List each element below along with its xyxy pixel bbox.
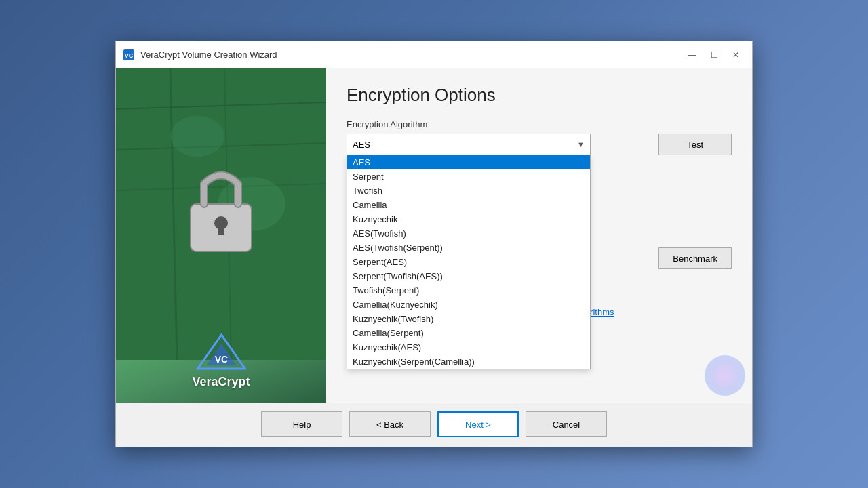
svg-rect-12	[218, 223, 224, 235]
algorithm-option-aes-twofish-serpent[interactable]: AES(Twofish(Serpent))	[347, 241, 590, 255]
app-icon: VC	[123, 49, 135, 61]
door-illustration	[116, 68, 326, 360]
minimize-button[interactable]: —	[683, 47, 702, 62]
window-controls: — ☐ ✕	[683, 47, 745, 62]
window-title: VeraCrypt Volume Creation Wizard	[140, 49, 683, 60]
help-button[interactable]: Help	[261, 411, 342, 437]
veracrypt-logo-icon: VC	[194, 331, 248, 372]
algorithm-option-aes[interactable]: AES	[347, 155, 590, 169]
algorithm-area: AES ▼ AES Serpent Twofish Camellia Kuzny…	[347, 134, 732, 276]
sidebar-image: VC VeraCrypt	[116, 68, 326, 403]
algorithm-option-kuznyechik[interactable]: Kuznyechik	[347, 212, 590, 226]
main-window: VC VeraCrypt Volume Creation Wizard — ☐ …	[115, 41, 753, 447]
next-button[interactable]: Next >	[437, 411, 519, 437]
benchmark-button[interactable]: Benchmark	[658, 247, 732, 269]
cancel-button[interactable]: Cancel	[526, 411, 607, 437]
algorithm-option-kuznyechik-twofish[interactable]: Kuznyechik(Twofish)	[347, 312, 590, 326]
algorithm-option-serpent-aes[interactable]: Serpent(AES)	[347, 255, 590, 269]
back-button[interactable]: < Back	[349, 411, 431, 437]
algorithm-dropdown-list[interactable]: AES Serpent Twofish Camellia Kuznyechik …	[347, 155, 591, 369]
algorithm-option-kuznyechik-aes[interactable]: Kuznyechik(AES)	[347, 340, 590, 354]
algorithm-left: AES ▼ AES Serpent Twofish Camellia Kuzny…	[347, 134, 650, 276]
algorithm-label: Encryption Algorithm	[347, 119, 732, 129]
algorithm-right-buttons: Test Benchmark	[658, 134, 732, 269]
algorithm-dropdown-container: AES ▼ AES Serpent Twofish Camellia Kuzny…	[347, 134, 591, 155]
close-button[interactable]: ✕	[726, 47, 745, 62]
svg-text:VC: VC	[214, 354, 227, 365]
algorithm-dropdown-trigger[interactable]: AES ▼	[347, 134, 591, 155]
sidebar-logo-text: VeraCrypt	[192, 375, 250, 389]
algorithm-option-twofish-serpent[interactable]: Twofish(Serpent)	[347, 283, 590, 298]
content-area: VC VeraCrypt Encryption Options Encrypti…	[116, 68, 752, 403]
footer: Help < Back Next > Cancel	[116, 403, 752, 447]
page-title: Encryption Options	[347, 85, 732, 106]
svg-point-8	[170, 116, 224, 157]
algorithm-option-camellia-serpent[interactable]: Camellia(Serpent)	[347, 326, 590, 340]
algorithm-option-kuznyechik-serpent-camellia[interactable]: Kuznyechik(Serpent(Camellia))	[347, 354, 590, 369]
algorithm-option-serpent-twofish-aes[interactable]: Serpent(Twofish(AES))	[347, 269, 590, 283]
restore-button[interactable]: ☐	[705, 47, 724, 62]
algorithm-dropdown-arrow: ▼	[577, 140, 585, 148]
test-button[interactable]: Test	[658, 134, 732, 155]
sidebar-logo: VC VeraCrypt	[192, 331, 250, 389]
algorithm-option-camellia[interactable]: Camellia	[347, 198, 590, 212]
main-panel: Encryption Options Encryption Algorithm …	[326, 68, 752, 403]
algorithm-selected-value: AES	[353, 140, 577, 150]
watermark-circle	[705, 355, 745, 396]
svg-text:VC: VC	[125, 52, 134, 59]
algorithm-option-camellia-kuznyechik[interactable]: Camellia(Kuznyechik)	[347, 298, 590, 312]
encryption-algorithm-section: Encryption Algorithm AES ▼ AES	[347, 119, 732, 276]
algorithm-option-serpent[interactable]: Serpent	[347, 169, 590, 184]
watermark	[705, 355, 745, 396]
titlebar: VC VeraCrypt Volume Creation Wizard — ☐ …	[116, 41, 752, 68]
algorithm-option-twofish[interactable]: Twofish	[347, 184, 590, 198]
algorithm-option-aes-twofish[interactable]: AES(Twofish)	[347, 226, 590, 241]
